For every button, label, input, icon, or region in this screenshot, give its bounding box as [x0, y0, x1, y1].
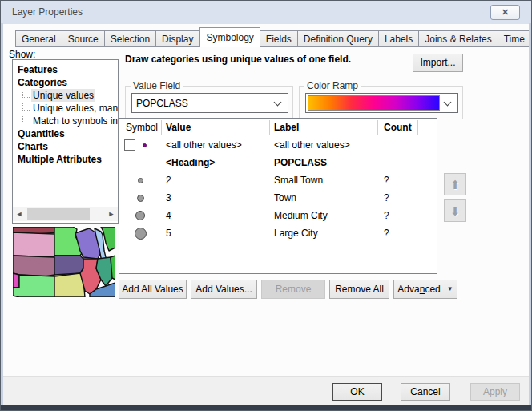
values-table: Symbol Value Label Count <all other valu… [119, 118, 437, 274]
remove-button[interactable]: Remove [261, 280, 325, 299]
map-preview-image [13, 227, 115, 297]
close-icon: ✕ [502, 7, 509, 17]
tab-display[interactable]: Display [156, 30, 200, 47]
state-polygon [54, 273, 85, 297]
apply-button[interactable]: Apply [470, 383, 520, 401]
value-field-selected: POPCLASS [132, 98, 275, 109]
advanced-button[interactable]: Advanced ▼ [393, 280, 457, 299]
scroll-left-icon[interactable]: ◄ [13, 210, 26, 218]
table-row[interactable]: 5 Large City ? [119, 224, 437, 242]
move-up-button[interactable]: ⬆ [444, 173, 466, 195]
tab-labels[interactable]: Labels [379, 30, 419, 47]
tab-joins-relates[interactable]: Joins & Relates [419, 30, 498, 47]
column-symbol: Symbol [126, 122, 158, 133]
page-title: Draw categories using unique values of o… [125, 54, 351, 65]
tree-connector-icon [22, 103, 30, 111]
tab-symbology[interactable]: Symbology [200, 27, 260, 47]
tree-connector-icon [22, 116, 30, 123]
chevron-down-icon [274, 98, 282, 106]
chevron-down-icon [444, 98, 452, 106]
ok-button[interactable]: OK [332, 383, 382, 401]
window-edge-left [1, 23, 3, 405]
add-values-button[interactable]: Add Values... [191, 280, 257, 299]
dropdown-caret-icon: ▼ [447, 280, 453, 298]
tree-item-features[interactable]: Features [13, 63, 118, 76]
value-field-dropdown[interactable]: POPCLASS [131, 93, 288, 113]
point-symbol-icon[interactable] [135, 211, 145, 220]
tree-item-unique-values[interactable]: Unique values [13, 89, 118, 102]
cancel-button[interactable]: Cancel [401, 383, 450, 401]
move-down-button[interactable]: ⬇ [444, 199, 466, 222]
all-other-values-checkbox[interactable] [124, 139, 135, 151]
state-polygon [13, 275, 54, 297]
tab-source[interactable]: Source [62, 30, 105, 47]
point-symbol-icon[interactable] [135, 228, 147, 240]
tree-item-charts[interactable]: Charts [13, 140, 118, 153]
color-ramp-label: Color Ramp [304, 80, 361, 91]
tab-strip: General Source Selection Display Symbolo… [15, 27, 532, 47]
point-symbol-icon[interactable] [137, 195, 144, 202]
state-polygon [13, 232, 54, 257]
color-ramp-dropdown[interactable] [305, 93, 458, 113]
import-button[interactable]: Import... [413, 54, 463, 72]
show-tree: Features Categories Unique values Unique… [12, 59, 119, 224]
scrollbar-thumb[interactable] [27, 208, 90, 220]
window-edge-right [529, 23, 531, 405]
tab-general[interactable]: General [15, 30, 62, 47]
tree-horizontal-scrollbar[interactable]: ◄ ► [13, 207, 118, 221]
table-row[interactable]: 3 Town ? [119, 189, 437, 207]
state-polygon [13, 256, 54, 276]
tree-item-multiple-attributes[interactable]: Multiple Attributes [13, 153, 118, 166]
table-row[interactable]: 2 Small Town ? [119, 171, 437, 189]
window-edge-bottom [1, 405, 531, 410]
column-label: Label [274, 122, 299, 133]
all-other-values-symbol-icon[interactable] [143, 143, 147, 147]
value-field-label: Value Field [131, 80, 183, 91]
scroll-right-icon[interactable]: ► [105, 210, 118, 218]
tab-selection[interactable]: Selection [105, 30, 156, 47]
window-title: Layer Properties [12, 6, 83, 18]
add-all-values-button[interactable]: Add All Values [119, 280, 187, 299]
map-preview [13, 227, 115, 297]
value-field-group: Value Field POPCLASS [125, 86, 293, 119]
tab-page: General Source Selection Display Symbolo… [3, 24, 529, 377]
color-ramp-group: Color Ramp [299, 86, 463, 119]
tab-definition-query[interactable]: Definition Query [298, 30, 379, 47]
title-bar[interactable]: Layer Properties ✕ [1, 1, 531, 24]
point-symbol-icon[interactable] [138, 178, 143, 183]
tree-item-match-symbols[interactable]: Match to symbols in a [13, 115, 118, 127]
tab-fields[interactable]: Fields [260, 30, 298, 47]
tree-item-quantities[interactable]: Quantities [13, 127, 118, 140]
table-row[interactable]: <all other values> <all other values> [119, 136, 437, 154]
tree-item-categories[interactable]: Categories [13, 76, 118, 89]
column-count: Count [384, 122, 412, 133]
state-polygon [13, 273, 19, 288]
tree-connector-icon [22, 91, 30, 98]
color-ramp-swatch [308, 95, 440, 111]
tree-item-unique-values-many[interactable]: Unique values, many [13, 102, 118, 115]
table-row[interactable]: <Heading> POPCLASS [119, 154, 437, 171]
show-label: Show: [9, 49, 35, 60]
advanced-label: Advanced [397, 280, 440, 298]
dialog-footer: OK Cancel Apply [3, 376, 529, 405]
tab-time[interactable]: Time [498, 30, 531, 47]
arrow-up-icon: ⬆ [450, 179, 461, 191]
table-header: Symbol Value Label Count [119, 119, 437, 136]
layer-properties-dialog: Layer Properties ✕ General Source Select… [0, 0, 532, 411]
state-polygon [53, 256, 85, 275]
table-row[interactable]: 4 Medium City ? [119, 207, 437, 224]
close-button[interactable]: ✕ [490, 5, 520, 20]
column-value: Value [166, 122, 191, 133]
remove-all-button[interactable]: Remove All [329, 280, 389, 299]
arrow-down-icon: ⬇ [450, 205, 461, 217]
